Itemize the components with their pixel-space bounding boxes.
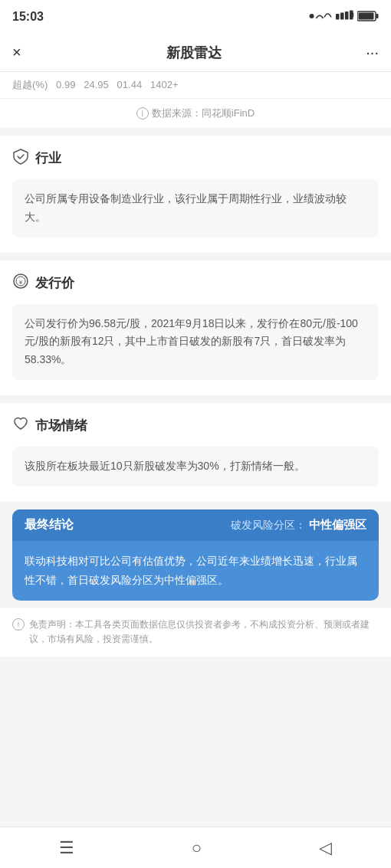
partial-table-row: 超越(%) 0.99 24.95 01.44 1402+ <box>0 72 391 99</box>
info-icon: i <box>136 107 149 120</box>
svg-rect-3 <box>345 11 349 20</box>
disclaimer-icon: i <box>12 618 25 631</box>
nav-bar: × 新股雷达 ··· <box>0 34 391 72</box>
svg-rect-2 <box>340 12 344 19</box>
status-time: 15:03 <box>12 10 44 24</box>
partial-col-val3: 01.44 <box>117 79 143 90</box>
svg-text:¥: ¥ <box>18 279 23 286</box>
market-sentiment-icon <box>12 415 29 436</box>
conclusion-card: 最终结论 破发风险分区： 中性偏强区 联动科技相对可比公司有估值优势，公司近年来… <box>12 509 379 601</box>
industry-header: 行业 <box>12 148 379 169</box>
conclusion-body: 联动科技相对可比公司有估值优势，公司近年来业绩增长迅速，行业属性不错，首日破发风… <box>12 541 379 601</box>
status-bar: 15:03 <box>0 0 391 34</box>
issue-price-title: 发行价 <box>35 274 74 292</box>
issue-price-header: ¥ 发行价 <box>12 273 379 293</box>
close-button[interactable]: × <box>12 44 21 61</box>
partial-col-val1: 0.99 <box>56 79 75 90</box>
conclusion-risk-prefix: 破发风险分区： <box>231 519 306 531</box>
svg-rect-8 <box>359 12 374 19</box>
disclaimer-text: 免责声明：本工具各类页面数据信息仅供投资者参考，不构成投资分析、预测或者建议，市… <box>29 617 379 647</box>
industry-title: 行业 <box>35 149 61 167</box>
svg-rect-5 <box>352 12 353 17</box>
conclusion-label: 最终结论 <box>25 517 74 533</box>
issue-price-section: ¥ 发行价 公司发行价为96.58元/股，2021年9月18日以来，发行价在80… <box>0 260 391 395</box>
disclaimer: i 免责声明：本工具各类页面数据信息仅供投资者参考，不构成投资分析、预测或者建议… <box>0 608 391 656</box>
market-sentiment-title: 市场情绪 <box>35 417 87 434</box>
industry-icon <box>12 148 29 169</box>
data-source-row: i 数据来源：同花顺iFinD <box>0 99 391 128</box>
conclusion-risk-area: 破发风险分区： 中性偏强区 <box>231 518 366 532</box>
status-icons <box>308 10 379 25</box>
industry-content: 公司所属专用设备制造业行业，该行业属于周期性行业，业绩波动较大。 <box>12 179 379 237</box>
data-source-text: 数据来源：同花顺iFinD <box>152 106 255 120</box>
bottom-home-button[interactable]: ○ <box>192 838 202 858</box>
svg-point-0 <box>310 14 314 18</box>
issue-price-icon: ¥ <box>12 273 29 293</box>
market-sentiment-content: 该股所在板块最近10只新股破发率为30%，打新情绪一般。 <box>12 447 379 486</box>
partial-col-val4: 1402+ <box>150 79 179 90</box>
conclusion-header: 最终结论 破发风险分区： 中性偏强区 <box>12 509 379 541</box>
page-title: 新股雷达 <box>166 44 222 62</box>
bottom-back-button[interactable]: ◁ <box>319 838 332 858</box>
more-button[interactable]: ··· <box>366 44 379 61</box>
battery-icon <box>357 10 379 25</box>
bottom-menu-button[interactable]: ☰ <box>59 838 74 858</box>
partial-col-val2: 24.95 <box>84 79 109 90</box>
market-sentiment-section: 市场情绪 该股所在板块最近10只新股破发率为30%，打新情绪一般。 <box>0 403 391 502</box>
svg-rect-7 <box>376 14 379 18</box>
conclusion-risk-value: 中性偏强区 <box>309 518 366 531</box>
svg-rect-1 <box>336 14 340 20</box>
market-sentiment-header: 市场情绪 <box>12 415 379 436</box>
partial-col-label: 超越(%) <box>12 79 48 90</box>
signal-icon <box>308 10 354 25</box>
issue-price-content: 公司发行价为96.58元/股，2021年9月18日以来，发行价在80元/股-10… <box>12 304 379 380</box>
bottom-nav: ☰ ○ ◁ <box>0 827 391 868</box>
bottom-spacer <box>0 657 391 706</box>
content-area: 超越(%) 0.99 24.95 01.44 1402+ i 数据来源：同花顺i… <box>0 72 391 706</box>
industry-section: 行业 公司所属专用设备制造业行业，该行业属于周期性行业，业绩波动较大。 <box>0 136 391 253</box>
